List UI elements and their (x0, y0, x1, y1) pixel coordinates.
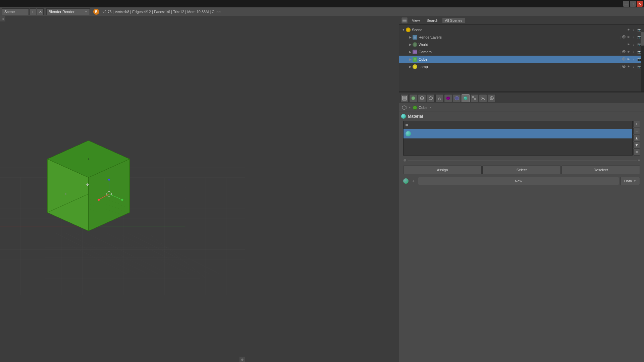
renderlayers-toggle[interactable]: ▶ (409, 36, 412, 39)
data-button[interactable]: Data ▼ (621, 177, 640, 185)
material-item-0[interactable] (404, 129, 632, 138)
viewport-info: v2.76 | Verts:4/8 | Edges:4/12 | Faces:1… (103, 10, 221, 14)
svg-rect-93 (97, 212, 97, 212)
material-add-button[interactable]: + (633, 121, 640, 127)
lamp-vis[interactable]: 👁 (626, 64, 631, 69)
cube-select[interactable]: ↓ (631, 57, 636, 62)
viewport[interactable]: ⊕ ⊕ (0, 16, 245, 362)
render-engine-selector[interactable]: Blender Render ▼ (46, 8, 90, 15)
material-remove-button[interactable]: − (633, 128, 640, 134)
maximize-button[interactable]: □ (630, 1, 636, 7)
svg-rect-59 (103, 193, 103, 193)
svg-point-142 (414, 66, 416, 68)
lamp-toggle[interactable]: ▶ (409, 65, 412, 68)
svg-rect-57 (97, 191, 97, 191)
outliner-scrollbar-thumb[interactable] (641, 32, 644, 46)
material-header: Material (401, 114, 642, 119)
prop-scene-icon[interactable] (409, 94, 417, 102)
scene-actions: 👁 ↓ 📷 (626, 27, 641, 32)
camera-toggle[interactable]: ▶ (409, 50, 412, 54)
prop-data-icon[interactable] (453, 94, 461, 102)
svg-rect-43 (91, 179, 91, 179)
breadcrumb-cube[interactable]: Cube (419, 106, 427, 110)
world-vis[interactable]: 👁 (626, 42, 631, 47)
rl-lock[interactable]: ↓ (631, 35, 636, 40)
outliner-item-world[interactable]: ▶ World 👁 ↓ 📷 (399, 41, 644, 48)
svg-rect-86 (112, 206, 112, 207)
scene-toggle[interactable]: ▼ (402, 28, 405, 32)
svg-rect-88 (118, 208, 119, 209)
svg-rect-47 (103, 183, 103, 183)
scene-lock[interactable]: ↓ (631, 27, 636, 32)
svg-rect-80 (94, 205, 94, 205)
view-button[interactable]: View (409, 18, 423, 23)
outliner-item-renderlayers[interactable]: ▶ RenderLayers | 👁 ↓ 📷 (399, 34, 644, 41)
scene-visibility[interactable]: 👁 (626, 27, 631, 32)
assign-button[interactable]: Assign (403, 166, 482, 174)
outliner-item-lamp[interactable]: ▶ Lamp | 👁 ↓ 📷 (399, 63, 644, 70)
svg-marker-136 (416, 51, 417, 53)
svg-point-133 (623, 36, 625, 38)
cam-lock[interactable]: ↓ (631, 50, 636, 54)
svg-rect-101 (127, 213, 128, 213)
scene-close-button[interactable]: ✕ (37, 8, 44, 15)
svg-rect-67 (112, 196, 112, 196)
outliner-icon[interactable] (401, 17, 408, 24)
prop-render-icon[interactable] (400, 94, 409, 102)
material-down-button[interactable]: ▼ (633, 142, 640, 148)
new-material-button[interactable]: New (418, 177, 619, 185)
svg-point-141 (623, 58, 625, 60)
deselect-button[interactable]: Deselect (561, 166, 640, 174)
prop-material-icon[interactable] (462, 94, 470, 102)
prop-physics-icon[interactable] (488, 94, 496, 102)
renderlayers-link-icon[interactable] (622, 35, 626, 40)
renderlayers-label: RenderLayers (419, 35, 618, 39)
cam-vis[interactable]: 👁 (626, 50, 631, 54)
svg-rect-135 (414, 51, 416, 53)
renderlayers-actions: 👁 ↓ 📷 (626, 35, 641, 40)
cube-vis[interactable]: 👁 (626, 57, 631, 62)
prop-texture-icon[interactable] (470, 94, 478, 102)
svg-point-116 (121, 199, 123, 201)
prop-modifier-icon[interactable] (444, 94, 452, 102)
prop-constraint-icon[interactable] (435, 94, 443, 102)
scene-add-button[interactable]: + (30, 8, 36, 15)
svg-rect-96 (112, 212, 112, 212)
select-button[interactable]: Select (482, 166, 561, 174)
all-scenes-button[interactable]: All Scenes (442, 18, 465, 23)
viewport-corner-button[interactable]: ⊕ (0, 16, 5, 21)
world-toggle[interactable]: ▶ (409, 43, 412, 46)
svg-line-34 (148, 233, 206, 278)
outliner-item-camera[interactable]: ▶ Camera | 👁 ↓ 📷 (399, 48, 644, 56)
bc-cube-label: Cube (419, 106, 427, 110)
close-button[interactable]: ✕ (637, 1, 643, 7)
svg-marker-172 (402, 106, 406, 110)
prop-object-icon[interactable] (427, 94, 435, 102)
svg-rect-76 (112, 201, 112, 201)
scene-render[interactable]: 📷 (637, 27, 641, 32)
material-up-button[interactable]: ▲ (633, 135, 640, 141)
prop-particles-icon[interactable] (479, 94, 487, 102)
svg-point-125 (65, 193, 66, 195)
rl-vis[interactable]: 👁 (626, 35, 631, 40)
viewport-corner-bottom-right[interactable]: ⊕ (239, 357, 245, 362)
camera-icon (413, 50, 417, 54)
minimize-button[interactable]: — (623, 1, 629, 7)
outliner-item-scene[interactable]: ▼ Scene 👁 ↓ 📷 (399, 26, 644, 34)
svg-rect-71 (97, 201, 97, 201)
lamp-lock[interactable]: ↓ (631, 64, 636, 69)
cube-toggle[interactable]: ▶ (409, 58, 412, 61)
material-color-preview (406, 131, 411, 136)
search-button[interactable]: Search (424, 18, 441, 23)
outliner-scrollbar[interactable] (641, 32, 644, 92)
outliner-item-cube[interactable]: ▶ Cube | 👁 ↓ 📷 (399, 56, 644, 63)
prop-world-icon[interactable] (418, 94, 426, 102)
title-bar: — □ ✕ (0, 0, 644, 7)
material-slot-empty[interactable] (404, 121, 632, 129)
svg-marker-173 (409, 107, 411, 109)
material-extra-button[interactable]: ≡ (633, 149, 640, 156)
material-sphere-icon (401, 114, 406, 119)
world-lock[interactable]: ↓ (631, 42, 636, 47)
svg-rect-50 (94, 185, 94, 185)
scene-selector[interactable]: Scene (2, 8, 29, 15)
